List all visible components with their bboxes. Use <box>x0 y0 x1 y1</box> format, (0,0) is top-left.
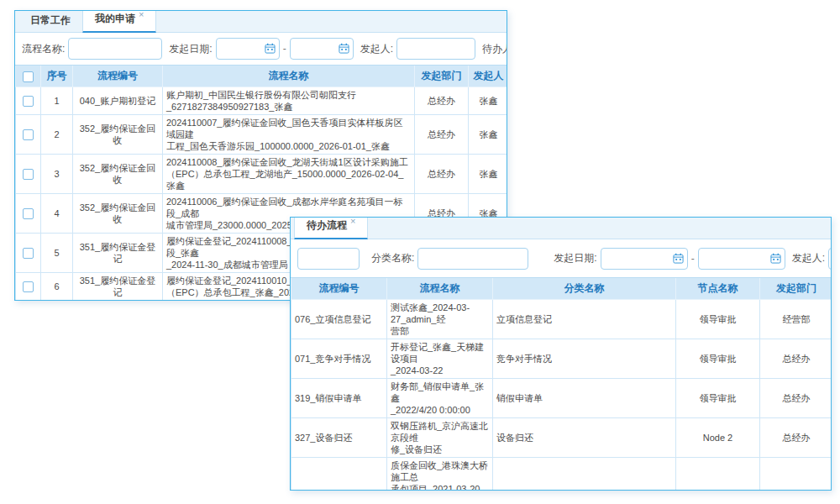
cell-code: 040_账户期初登记 <box>73 87 163 115</box>
col-category: 分类名称 <box>493 278 676 300</box>
row-checkbox[interactable] <box>23 208 34 219</box>
cell-code: 352_履约保证金回收 <box>73 194 163 234</box>
tab-my-applications[interactable]: 我的申请× <box>82 10 156 33</box>
cell-seq: 4 <box>41 194 73 234</box>
start-date-label: 发起日期: <box>169 42 212 56</box>
date-from-field <box>601 248 688 270</box>
cell-category: 设备归还 <box>493 418 676 458</box>
tab-pending-processes[interactable]: 待办流程× <box>294 217 368 239</box>
row-checkbox[interactable] <box>23 129 34 140</box>
cell-seq: 1 <box>41 87 73 115</box>
calendar-icon[interactable] <box>770 253 781 266</box>
date-range-dash: - <box>691 253 695 265</box>
cell-seq: 3 <box>41 155 73 194</box>
cell-code: 351_履约保证金登记 <box>73 301 163 302</box>
cell-name: 质保金回收_港珠澳大桥施工总 承包项目_2021-03-20_港珠澳大 桥施工总… <box>387 458 493 491</box>
cell-node: 领导审批 <box>676 379 760 418</box>
pending-processes-table: 流程编号 流程名称 分类名称 节点名称 发起部门 076_立项信息登记 测试张鑫… <box>291 277 831 491</box>
initiator-label: 发起人: <box>792 251 825 265</box>
cell-code: 351_履约保证金登记 <box>73 273 163 301</box>
tab-daily-work[interactable]: 日常工作 <box>18 10 82 32</box>
table-row[interactable]: 3 352_履约保证金回收 2024110008_履约保证金回收_龙湖天街城1区… <box>16 155 508 194</box>
process-name-input[interactable] <box>297 248 360 270</box>
initiator-label: 发起人: <box>360 42 393 56</box>
table-row[interactable]: 1 040_账户期初登记 账户期初_中国民生银行股份有限公司朝阳支行 _6271… <box>16 87 508 115</box>
col-node: 节点名称 <box>676 278 760 300</box>
cell-node: 领导审批 <box>676 339 760 379</box>
calendar-icon[interactable] <box>265 43 276 56</box>
close-icon[interactable]: × <box>350 217 355 226</box>
row-checkbox-cell <box>16 155 41 194</box>
initiator-input[interactable] <box>828 248 831 270</box>
initiator-input[interactable] <box>396 38 475 60</box>
cell-node: 部门经理 <box>676 458 760 491</box>
row-checkbox-cell <box>16 194 41 234</box>
table-header-row: 序号 流程编号 流程名称 发起部门 发起人 <box>16 66 508 87</box>
select-all-checkbox-cell <box>16 66 41 87</box>
date-to-field <box>698 248 785 270</box>
table-row[interactable]: 2 352_履约保证金回收 2024110007_履约保证金回收_国色天香项目实… <box>16 115 508 155</box>
cell-name: 开标登记_张鑫_天梯建设项目 _2024-03-22 <box>387 339 493 379</box>
cell-dept: 总经办 <box>415 155 469 194</box>
close-icon[interactable]: × <box>139 10 144 19</box>
cell-dept: 总经办 <box>760 458 832 491</box>
tab-label: 日常工作 <box>30 14 71 26</box>
cell-code: 316_质保金回收 <box>291 458 387 491</box>
table-row[interactable]: 076_立项信息登记 测试张鑫_2024-03-27_admin_经 营部 立项… <box>291 300 832 339</box>
col-name: 流程名称 <box>163 66 415 87</box>
col-seq: 序号 <box>41 66 73 87</box>
cell-dept: 总经办 <box>415 115 469 155</box>
cell-seq: 5 <box>41 234 73 273</box>
col-dept: 发起部门 <box>415 66 469 87</box>
panel1-filter-bar: 流程名称: 发起日期: - 发起人: 待办人: <box>15 33 507 65</box>
cell-name: 2024110008_履约保证金回收_龙湖天街城1区设计采购施工 （EPC）总承… <box>163 155 415 194</box>
cell-name: 账户期初_中国民生银行股份有限公司朝阳支行 _62718273849509271… <box>163 87 415 115</box>
select-all-checkbox[interactable] <box>23 71 34 82</box>
cell-code: 352_履约保证金回收 <box>73 115 163 155</box>
row-checkbox[interactable] <box>23 96 34 107</box>
row-checkbox-cell <box>16 115 41 155</box>
col-dept: 发起部门 <box>760 278 832 300</box>
row-checkbox-cell <box>16 87 41 115</box>
cell-name: 2024110007_履约保证金回收_国色天香项目实体样板房区域园建 工程_国色… <box>163 115 415 155</box>
process-name-label: 流程名称: <box>22 42 65 56</box>
cell-code: 319_销假申请单 <box>291 379 387 418</box>
table-row[interactable]: 071_竞争对手情况 开标登记_张鑫_天梯建设项目 _2024-03-22 竞争… <box>291 339 832 379</box>
cell-code: 327_设备归还 <box>291 418 387 458</box>
start-date-label: 发起日期: <box>554 251 596 265</box>
cell-code: 076_立项信息登记 <box>291 300 387 339</box>
cell-node: Node 2 <box>676 418 760 458</box>
col-name: 流程名称 <box>387 278 493 300</box>
panel2-tabbar: 待办流程× <box>291 218 831 239</box>
cell-category: 竞争对手情况 <box>493 339 676 379</box>
cell-name: 双钢压路机_京沪高速北京段维 修_设备归还 <box>387 418 493 458</box>
process-name-input[interactable] <box>68 38 162 60</box>
table-row[interactable]: 327_设备归还 双钢压路机_京沪高速北京段维 修_设备归还 设备归还 Node… <box>291 418 832 458</box>
cell-code: 071_竞争对手情况 <box>291 339 387 379</box>
row-checkbox-cell <box>16 301 41 302</box>
row-checkbox[interactable] <box>23 281 34 292</box>
table-header-row: 流程编号 流程名称 分类名称 节点名称 发起部门 <box>291 278 832 300</box>
row-checkbox-cell <box>16 234 41 273</box>
cell-seq: 7 <box>41 301 73 302</box>
category-name-input[interactable] <box>417 248 528 270</box>
tab-label: 待办流程 <box>307 219 347 231</box>
calendar-icon[interactable] <box>339 43 349 56</box>
date-range-dash: - <box>283 43 286 55</box>
row-checkbox[interactable] <box>23 169 34 180</box>
date-from-field <box>216 38 280 60</box>
table-row[interactable]: 319_销假申请单 财务部_销假申请单_张鑫 _2022/4/20 0:00:0… <box>291 379 832 418</box>
cell-seq: 2 <box>41 115 73 155</box>
pending-processes-window: 待办流程× 分类名称: 发起日期: - 发起人: 流程编号 <box>290 217 832 491</box>
cell-code: 351_履约保证金登记 <box>73 234 163 273</box>
calendar-icon[interactable] <box>673 253 684 266</box>
cell-person: 张鑫 <box>469 87 508 115</box>
cell-name: 财务部_销假申请单_张鑫 _2022/4/20 0:00:00 <box>387 379 493 418</box>
col-code: 流程编号 <box>291 278 387 300</box>
table-row[interactable]: 316_质保金回收 质保金回收_港珠澳大桥施工总 承包项目_2021-03-20… <box>291 458 832 491</box>
row-checkbox[interactable] <box>23 248 34 259</box>
cell-name: 测试张鑫_2024-03-27_admin_经 营部 <box>387 300 493 339</box>
cell-person: 张鑫 <box>469 115 508 155</box>
cell-dept: 总经办 <box>760 379 832 418</box>
category-name-label: 分类名称: <box>371 251 414 265</box>
